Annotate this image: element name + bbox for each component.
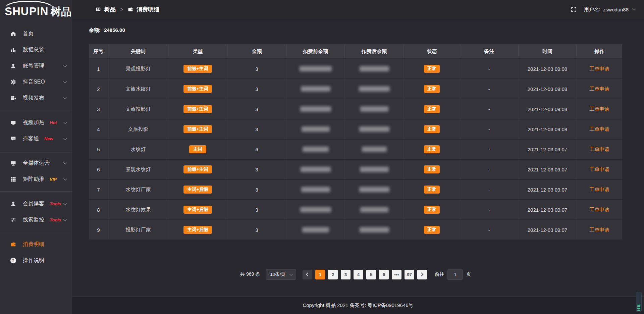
page-button-5[interactable]: 5 <box>366 270 376 279</box>
sidebar-item-label: 账号管理 <box>23 62 44 69</box>
page-button-97[interactable]: 97 <box>405 270 414 279</box>
pagination: 共 969 条 10条/页 123456•••97 前往 页 <box>89 269 622 280</box>
sidebar-item-douketong[interactable]: 抖客通New <box>0 130 72 147</box>
grid-icon <box>10 176 16 182</box>
keyword-cell: 景观投影灯 <box>108 59 168 78</box>
breadcrumb-home[interactable]: 树品 <box>104 6 116 13</box>
floating-widget[interactable] <box>636 292 642 312</box>
table-row: 5水纹灯主词6正常-2021-12-03 09:07工单申请 <box>89 140 622 159</box>
table-header-row: 序号关键词类型金额扣费前余额扣费后余额状态备注时间操作 <box>89 44 622 58</box>
note-cell: - <box>460 140 519 159</box>
balance: 余额: 24856.00 <box>89 27 644 34</box>
status-cell: 正常 <box>404 79 460 99</box>
action-cell: 工单申请 <box>577 59 622 78</box>
blurred-value <box>360 227 389 232</box>
chevron-down-icon <box>63 80 67 83</box>
blurred-value <box>360 167 389 172</box>
ticket-apply-link[interactable]: 工单申请 <box>589 146 609 153</box>
sidebar-item-video-publish[interactable]: 视频发布 <box>0 90 72 106</box>
ticket-apply-link[interactable]: 工单申请 <box>589 166 609 173</box>
ticket-apply-link[interactable]: 工单申请 <box>589 187 609 193</box>
chevron-down-icon <box>63 217 67 221</box>
sidebar-item-matrix-boost[interactable]: 矩阵助推VIP <box>0 171 72 187</box>
monitor-icon <box>10 160 16 166</box>
sidebar-item-omni-media[interactable]: 全媒体运营 <box>0 155 72 171</box>
blurred-value <box>300 66 332 71</box>
column-header: 扣费后余额 <box>345 44 404 58</box>
column-header: 扣费前余额 <box>286 44 345 58</box>
sidebar-divider <box>0 110 72 110</box>
blurred-value <box>360 207 388 212</box>
column-header: 备注 <box>460 44 519 58</box>
keyword-cell: 水纹灯厂家 <box>108 180 168 199</box>
keyword-cell: 水纹灯效果 <box>108 200 168 219</box>
sidebar-item-label: 抖客通 <box>23 135 39 142</box>
ticket-apply-link[interactable]: 工单申请 <box>589 227 609 233</box>
sidebar-divider <box>0 232 72 232</box>
sidebar-item-video-heat[interactable]: 视频加热Hot <box>0 114 72 130</box>
ticket-apply-link[interactable]: 工单申请 <box>589 126 609 133</box>
sidebar-item-data-overview[interactable]: 数据总览 <box>0 42 72 58</box>
sidebar-item-consume-detail[interactable]: 消费明细 <box>0 236 72 252</box>
action-cell: 工单申请 <box>577 180 622 199</box>
screen-heat-icon <box>10 119 16 125</box>
topbar-right: 用户名: zswodun88 <box>571 6 635 13</box>
amount-cell: 3 <box>227 160 286 179</box>
page-size-select[interactable]: 10条/页 <box>266 269 296 280</box>
sidebar-item-account-manage[interactable]: 账号管理 <box>0 58 72 74</box>
video-camera-icon <box>10 95 16 101</box>
note-cell: - <box>460 59 519 78</box>
sidebar-item-operation-guide[interactable]: ?操作说明 <box>0 252 72 268</box>
status-badge: 正常 <box>424 105 440 113</box>
user-menu[interactable]: 用户名: zswodun88 <box>584 6 635 13</box>
type-badge: 前缀+主词 <box>183 85 212 93</box>
sidebar-item-label: 数据总览 <box>23 46 44 53</box>
page-button-3[interactable]: 3 <box>341 270 351 279</box>
ticket-apply-link[interactable]: 工单申请 <box>589 66 609 72</box>
page-button-6[interactable]: 6 <box>379 270 389 279</box>
more-pages-button[interactable]: ••• <box>392 270 401 279</box>
balance-before-cell <box>286 119 345 139</box>
note-cell: - <box>460 119 519 139</box>
sidebar-item-clue-monitor[interactable]: 线索监控Tools <box>0 212 72 228</box>
sidebar-item-label: 消费明细 <box>23 241 44 248</box>
keyword-cell: 文旅水纹灯 <box>108 79 168 99</box>
comment-icon <box>10 136 16 142</box>
table-row: 7水纹灯厂家主词+后缀3正常-2021-12-03 09:07工单申请 <box>89 180 622 199</box>
balance-after-cell <box>345 79 404 99</box>
balance-value: 24856.00 <box>104 27 125 33</box>
type-cell: 前缀+主词 <box>168 59 227 78</box>
page-buttons: 123456•••97 <box>315 270 414 279</box>
time-cell: 2021-12-03 09:08 <box>519 79 577 99</box>
balance-before-cell <box>286 59 345 78</box>
sidebar-item-douyin-seo[interactable]: 抖音SEO <box>0 74 72 90</box>
page-button-4[interactable]: 4 <box>354 270 363 279</box>
action-cell: 工单申请 <box>577 140 622 159</box>
user-icon <box>10 63 16 69</box>
sidebar-item-tag: Hot <box>50 120 57 125</box>
chevron-down-icon <box>63 120 67 124</box>
amount-cell: 3 <box>227 180 286 199</box>
page-button-1[interactable]: 1 <box>315 270 325 279</box>
ticket-apply-link[interactable]: 工单申请 <box>589 207 609 213</box>
fullscreen-icon[interactable] <box>571 7 577 12</box>
ticket-apply-link[interactable]: 工单申请 <box>589 86 609 92</box>
status-cell: 正常 <box>404 180 460 199</box>
status-badge: 正常 <box>424 145 440 153</box>
goto-page-input[interactable] <box>447 269 463 280</box>
table-row: 1景观投影灯前缀+主词3正常-2021-12-03 09:08工单申请 <box>89 59 622 78</box>
chevron-down-icon <box>63 136 67 140</box>
blurred-value <box>360 106 388 112</box>
next-page-button[interactable] <box>417 270 427 279</box>
sidebar-item-tag: Tools <box>50 201 61 206</box>
column-header: 状态 <box>404 44 460 58</box>
sidebar-item-member-baoke[interactable]: 会员爆客Tools <box>0 196 72 212</box>
blurred-value <box>301 187 330 192</box>
pagination-total: 共 969 条 <box>240 271 260 277</box>
status-cell: 正常 <box>404 200 460 219</box>
sidebar-item-home[interactable]: 首页 <box>0 25 72 42</box>
page-button-2[interactable]: 2 <box>328 270 338 279</box>
balance-before-cell <box>286 220 345 240</box>
prev-page-button[interactable] <box>303 270 312 279</box>
ticket-apply-link[interactable]: 工单申请 <box>589 106 609 112</box>
